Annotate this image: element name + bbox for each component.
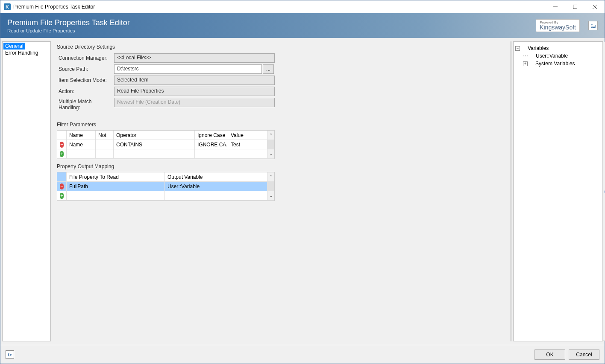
- label-source-path: Source Path:: [57, 64, 114, 75]
- filter-cell-ignore[interactable]: IGNORE CA...: [195, 140, 228, 149]
- variables-panel: − Variables ⋯ User::Variable + System Va…: [513, 41, 603, 341]
- tree-root-variables[interactable]: − Variables: [515, 44, 601, 52]
- mapping-col-prop[interactable]: File Property To Read: [67, 172, 165, 181]
- browse-button[interactable]: ...: [263, 64, 274, 74]
- tree-label: System Variables: [535, 61, 575, 67]
- ok-button[interactable]: OK: [535, 349, 565, 360]
- cancel-button[interactable]: Cancel: [569, 349, 599, 360]
- mapping-cell-ovar[interactable]: User::Variable: [165, 182, 267, 191]
- mapping-row[interactable]: − FullPath User::Variable: [57, 182, 274, 191]
- source-settings-title: Source Directory Settings: [57, 44, 504, 50]
- filter-col-ignore[interactable]: Ignore Case: [195, 131, 228, 140]
- titlebar: K Premium File Properties Task Editor: [0, 0, 605, 13]
- scroll-up-icon[interactable]: ⌃: [267, 172, 274, 181]
- editor-window: K Premium File Properties Task Editor Pr…: [0, 0, 605, 364]
- body: General Error Handling Source Directory …: [0, 38, 605, 345]
- app-icon: K: [4, 3, 11, 10]
- mapping-new-row[interactable]: + ⌄: [57, 191, 274, 201]
- add-row-icon[interactable]: +: [60, 151, 64, 157]
- tree-item-system-variables[interactable]: + System Variables: [515, 60, 601, 67]
- source-path-input[interactable]: D:\testsrc: [114, 64, 262, 74]
- panel-expand-handle[interactable]: ›: [602, 42, 605, 341]
- left-nav: General Error Handling: [2, 41, 51, 341]
- banner-subtitle: Read or Update File Properties: [7, 28, 130, 33]
- mapping-header: File Property To Read Output Variable ⌃: [57, 172, 274, 182]
- close-button[interactable]: [585, 0, 605, 13]
- filter-col-value[interactable]: Value: [228, 131, 267, 140]
- nav-item-error-handling[interactable]: Error Handling: [3, 50, 50, 56]
- scroll-up-icon[interactable]: ⌃: [267, 131, 274, 140]
- filter-cell-name[interactable]: Name: [67, 140, 96, 149]
- mapping-grid: File Property To Read Output Variable ⌃ …: [57, 172, 275, 201]
- vendor-logo: Powered By KingswaySoft: [536, 19, 580, 32]
- tree-label: Variables: [528, 45, 549, 51]
- filter-header: Name Not Operator Ignore Case Value ⌃: [57, 131, 274, 140]
- mapping-title: Property Output Mapping: [57, 163, 504, 169]
- expression-button[interactable]: fx: [6, 350, 14, 359]
- filter-title: Filter Parameters: [57, 122, 504, 128]
- collapse-icon[interactable]: −: [515, 46, 520, 51]
- window-controls: [546, 0, 605, 13]
- main-content: Source Directory Settings Connection Man…: [53, 41, 508, 341]
- label-match: Multiple Match Handling:: [57, 97, 114, 112]
- tree-label: User::Variable: [536, 53, 568, 59]
- filter-col-name[interactable]: Name: [67, 131, 96, 140]
- label-action: Action:: [57, 86, 114, 97]
- action-select[interactable]: Read File Properties: [114, 87, 275, 96]
- filter-cell-not[interactable]: [96, 140, 114, 149]
- label-connection: Connection Manager:: [57, 52, 114, 64]
- header-banner: Premium File Properties Task Editor Read…: [0, 13, 605, 38]
- label-item-mode: Item Selection Mode:: [57, 75, 114, 86]
- footer: fx OK Cancel: [0, 345, 605, 364]
- remove-row-icon[interactable]: −: [60, 183, 64, 189]
- filter-row[interactable]: − Name CONTAINS IGNORE CA... Test: [57, 140, 274, 149]
- multiple-match-select: Newest File (Creation Date): [114, 98, 275, 107]
- banner-heading: Premium File Properties Task Editor: [7, 18, 130, 27]
- vertical-splitter[interactable]: [510, 41, 511, 341]
- maximize-button[interactable]: [565, 0, 585, 13]
- scroll-down-icon[interactable]: ⌄: [267, 149, 274, 158]
- tree-item-user-variable[interactable]: ⋯ User::Variable: [515, 52, 601, 60]
- variables-tree: − Variables ⋯ User::Variable + System Va…: [514, 42, 602, 70]
- minimize-button[interactable]: [546, 0, 565, 13]
- filter-col-not[interactable]: Not: [96, 131, 114, 140]
- mapping-col-ovar[interactable]: Output Variable: [165, 172, 267, 181]
- filter-new-row[interactable]: + ⌄: [57, 149, 274, 159]
- filter-cell-value[interactable]: Test: [228, 140, 267, 149]
- toolbox-icon[interactable]: 🗂: [588, 21, 598, 30]
- scroll-down-icon[interactable]: ⌄: [267, 191, 274, 200]
- filter-cell-operator[interactable]: CONTAINS: [114, 140, 195, 149]
- add-row-icon[interactable]: +: [60, 193, 64, 199]
- expand-icon[interactable]: +: [523, 61, 528, 66]
- svg-rect-1: [573, 5, 577, 9]
- item-selection-mode-select[interactable]: Selected Item: [114, 76, 275, 85]
- remove-row-icon[interactable]: −: [60, 142, 64, 148]
- filter-col-operator[interactable]: Operator: [114, 131, 195, 140]
- mapping-cell-prop[interactable]: FullPath: [67, 182, 165, 191]
- window-title: Premium File Properties Task Editor: [13, 4, 546, 10]
- nav-item-general[interactable]: General: [3, 43, 25, 50]
- filter-grid: Name Not Operator Ignore Case Value ⌃ − …: [57, 130, 275, 159]
- connection-manager-select[interactable]: <<Local File>>: [114, 53, 275, 63]
